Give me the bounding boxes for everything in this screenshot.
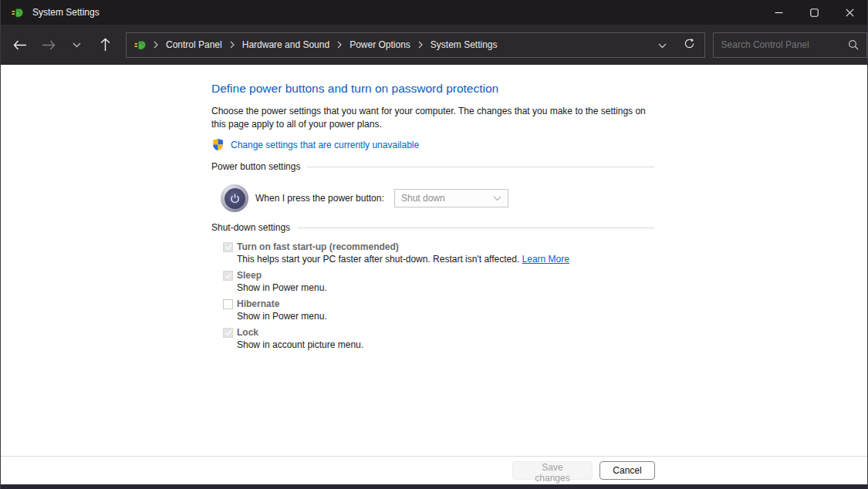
checkbox-label: Turn on fast start-up (recommended) xyxy=(237,241,399,252)
power-button-icon xyxy=(221,184,248,212)
maximize-icon xyxy=(810,8,819,17)
search-input[interactable] xyxy=(721,39,848,50)
sleep-setting: Sleep Show in Power menu. xyxy=(223,269,654,295)
sleep-checkbox[interactable] xyxy=(223,271,233,281)
breadcrumb-separator-icon[interactable] xyxy=(412,41,429,49)
search-icon[interactable] xyxy=(848,39,859,50)
breadcrumb-system-settings[interactable]: System Settings xyxy=(429,39,499,50)
hibernate-setting: Hibernate Show in Power menu. xyxy=(223,298,654,323)
page-title: Define power buttons and turn on passwor… xyxy=(211,82,654,96)
window-title: System Settings xyxy=(32,7,100,18)
breadcrumb-hardware-and-sound[interactable]: Hardware and Sound xyxy=(241,39,331,50)
selected-option: Shut down xyxy=(401,193,493,204)
fast-startup-checkbox[interactable] xyxy=(223,242,233,252)
minimize-button[interactable] xyxy=(761,0,796,25)
power-options-icon xyxy=(134,39,147,52)
checkbox-label: Lock xyxy=(237,327,258,338)
back-button[interactable] xyxy=(10,35,29,55)
power-button-action-select[interactable]: Shut down xyxy=(394,189,508,207)
power-button-label: When I press the power button: xyxy=(255,193,384,204)
system-settings-window: System Settings xyxy=(0,0,868,489)
checkbox-description: This helps start your PC faster after sh… xyxy=(237,253,654,266)
chevron-down-icon xyxy=(73,42,81,48)
chevron-down-icon xyxy=(493,196,502,201)
fast-startup-setting: Turn on fast start-up (recommended) This… xyxy=(223,241,654,266)
up-arrow-icon xyxy=(100,38,110,52)
breadcrumb-separator-icon[interactable] xyxy=(224,41,241,49)
back-arrow-icon xyxy=(13,40,27,50)
lock-checkbox[interactable] xyxy=(223,328,233,338)
refresh-button[interactable] xyxy=(684,38,695,52)
navigation-toolbar: Control Panel Hardware and Sound Power O… xyxy=(1,25,867,65)
chevron-down-icon xyxy=(658,43,667,49)
checkbox-label: Hibernate xyxy=(237,298,279,309)
address-bar[interactable]: Control Panel Hardware and Sound Power O… xyxy=(126,32,705,58)
footer-bar: Save changes Cancel xyxy=(1,456,867,484)
change-settings-link[interactable]: Change settings that are currently unava… xyxy=(231,140,419,150)
hibernate-checkbox[interactable] xyxy=(223,299,233,309)
address-dropdown-button[interactable] xyxy=(658,38,667,52)
content-area: Define power buttons and turn on passwor… xyxy=(1,65,867,456)
description-text: This helps start your PC faster after sh… xyxy=(237,254,522,265)
section-title: Shut-down settings xyxy=(211,222,290,233)
close-icon xyxy=(846,8,854,17)
section-shutdown-settings: Shut-down settings xyxy=(211,222,654,233)
save-changes-button[interactable]: Save changes xyxy=(512,461,593,480)
search-box[interactable] xyxy=(713,32,867,58)
close-button[interactable] xyxy=(832,0,867,25)
checkbox-description: Show in Power menu. xyxy=(237,282,654,295)
checkbox-description: Show in Power menu. xyxy=(237,310,654,323)
section-divider xyxy=(307,167,654,167)
cancel-button[interactable]: Cancel xyxy=(599,461,655,480)
maximize-button[interactable] xyxy=(796,0,832,25)
window-bottom-edge xyxy=(1,484,867,489)
breadcrumb-separator-icon[interactable] xyxy=(331,41,348,49)
breadcrumb-power-options[interactable]: Power Options xyxy=(348,39,412,50)
titlebar: System Settings xyxy=(1,0,867,25)
section-divider xyxy=(297,228,654,228)
recent-locations-button[interactable] xyxy=(67,35,86,55)
learn-more-link[interactable]: Learn More xyxy=(522,254,569,265)
lock-setting: Lock Show in account picture menu. xyxy=(223,326,654,352)
breadcrumb-separator-icon[interactable] xyxy=(147,41,164,49)
checkbox-label: Sleep xyxy=(237,270,262,281)
section-power-button-settings: Power button settings xyxy=(211,161,654,172)
power-options-app-icon xyxy=(12,6,25,19)
up-button[interactable] xyxy=(96,35,115,55)
section-title: Power button settings xyxy=(211,161,300,172)
uac-shield-icon xyxy=(211,138,225,151)
refresh-icon xyxy=(684,38,695,49)
breadcrumb-control-panel[interactable]: Control Panel xyxy=(164,39,224,50)
intro-text: Choose the power settings that you want … xyxy=(211,105,654,131)
minimize-icon xyxy=(775,8,783,17)
forward-button[interactable] xyxy=(39,35,58,55)
checkbox-description: Show in account picture menu. xyxy=(237,339,654,352)
forward-arrow-icon xyxy=(42,40,56,50)
